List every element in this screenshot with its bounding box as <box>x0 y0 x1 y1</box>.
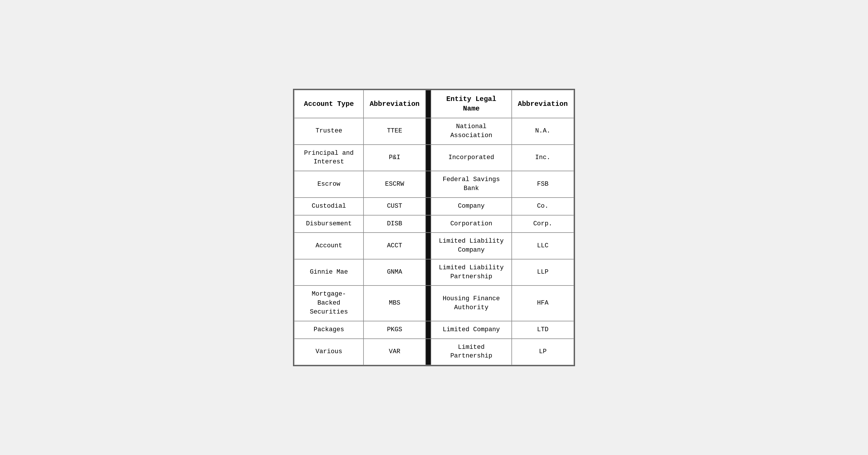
abbreviation-right-cell: LTD <box>512 321 574 339</box>
abbreviation-left-cell: PKGS <box>364 321 426 339</box>
abbreviation-left-cell: ESCRW <box>364 171 426 198</box>
abbreviation-right-cell: LLC <box>512 233 574 259</box>
account-type-cell: Custodial <box>294 198 364 215</box>
table-row: AccountACCTLimited Liability CompanyLLC <box>294 233 574 259</box>
table-row: EscrowESCRWFederal Savings BankFSB <box>294 171 574 198</box>
account-type-cell: Disbursement <box>294 215 364 233</box>
table-row: PackagesPKGSLimited CompanyLTD <box>294 321 574 339</box>
entity-name-cell: Limited Company <box>431 321 512 339</box>
abbreviation-left-cell: DISB <box>364 215 426 233</box>
account-type-cell: Packages <box>294 321 364 339</box>
entity-name-cell: Housing Finance Authority <box>431 285 512 321</box>
column-divider <box>426 215 431 233</box>
entity-name-cell: Limited Liability Company <box>431 233 512 259</box>
entity-name-cell: National Association <box>431 118 512 145</box>
column-divider <box>426 339 431 365</box>
account-type-cell: Principal and Interest <box>294 145 364 171</box>
table-row: CustodialCUSTCompanyCo. <box>294 198 574 215</box>
table-row: TrusteeTTEENational AssociationN.A. <box>294 118 574 145</box>
header-account-type: Account Type <box>294 90 364 118</box>
account-type-cell: Account <box>294 233 364 259</box>
column-divider <box>426 233 431 259</box>
entity-name-cell: Federal Savings Bank <box>431 171 512 198</box>
account-type-cell: Various <box>294 339 364 365</box>
table-row: Principal and InterestP&IIncorporatedInc… <box>294 145 574 171</box>
abbreviation-right-cell: LP <box>512 339 574 365</box>
column-divider <box>426 90 431 118</box>
abbreviation-left-cell: P&I <box>364 145 426 171</box>
table-row: DisbursementDISBCorporationCorp. <box>294 215 574 233</box>
account-type-cell: Escrow <box>294 171 364 198</box>
column-divider <box>426 321 431 339</box>
abbreviation-left-cell: CUST <box>364 198 426 215</box>
column-divider <box>426 118 431 145</box>
abbreviation-right-cell: HFA <box>512 285 574 321</box>
entity-name-cell: Corporation <box>431 215 512 233</box>
header-entity-legal-name: Entity Legal Name <box>431 90 512 118</box>
account-type-cell: Mortgage-Backed Securities <box>294 285 364 321</box>
column-divider <box>426 285 431 321</box>
abbreviation-left-cell: VAR <box>364 339 426 365</box>
reference-table: Account Type Abbreviation Entity Legal N… <box>294 90 574 366</box>
entity-name-cell: Company <box>431 198 512 215</box>
abbreviation-right-cell: N.A. <box>512 118 574 145</box>
column-divider <box>426 171 431 198</box>
abbreviation-left-cell: TTEE <box>364 118 426 145</box>
abbreviation-left-cell: GNMA <box>364 259 426 286</box>
header-abbreviation-right: Abbreviation <box>512 90 574 118</box>
abbreviation-right-cell: FSB <box>512 171 574 198</box>
abbreviation-right-cell: Inc. <box>512 145 574 171</box>
main-table-container: Account Type Abbreviation Entity Legal N… <box>293 89 575 367</box>
abbreviation-left-cell: ACCT <box>364 233 426 259</box>
abbreviation-right-cell: Corp. <box>512 215 574 233</box>
column-divider <box>426 259 431 286</box>
abbreviation-right-cell: Co. <box>512 198 574 215</box>
entity-name-cell: Limited Liability Partnership <box>431 259 512 286</box>
column-divider <box>426 198 431 215</box>
column-divider <box>426 145 431 171</box>
entity-name-cell: Limited Partnership <box>431 339 512 365</box>
account-type-cell: Ginnie Mae <box>294 259 364 286</box>
entity-name-cell: Incorporated <box>431 145 512 171</box>
header-abbreviation-left: Abbreviation <box>364 90 426 118</box>
account-type-cell: Trustee <box>294 118 364 145</box>
table-row: Ginnie MaeGNMALimited Liability Partners… <box>294 259 574 286</box>
abbreviation-left-cell: MBS <box>364 285 426 321</box>
abbreviation-right-cell: LLP <box>512 259 574 286</box>
table-row: VariousVARLimited PartnershipLP <box>294 339 574 365</box>
table-row: Mortgage-Backed SecuritiesMBSHousing Fin… <box>294 285 574 321</box>
